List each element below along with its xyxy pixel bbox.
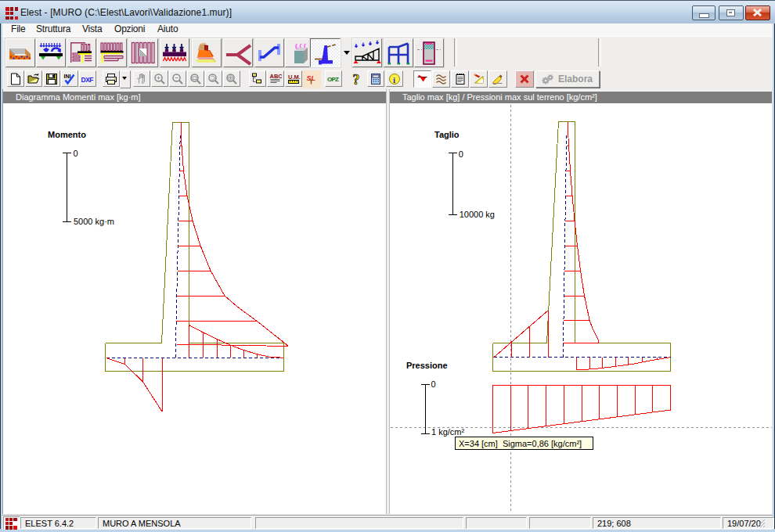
svg-text:0: 0	[74, 149, 78, 158]
svg-text:1 kg/cm²: 1 kg/cm²	[431, 427, 465, 437]
svg-text:5000 kg·m: 5000 kg·m	[74, 217, 114, 226]
svg-text:Taglio: Taglio	[434, 130, 460, 139]
svg-text:0: 0	[459, 149, 463, 159]
svg-text:Momento: Momento	[48, 130, 86, 139]
svg-text:0: 0	[431, 379, 435, 389]
svg-text:10000 kg: 10000 kg	[460, 210, 495, 219]
svg-text:Pressione: Pressione	[406, 361, 448, 370]
